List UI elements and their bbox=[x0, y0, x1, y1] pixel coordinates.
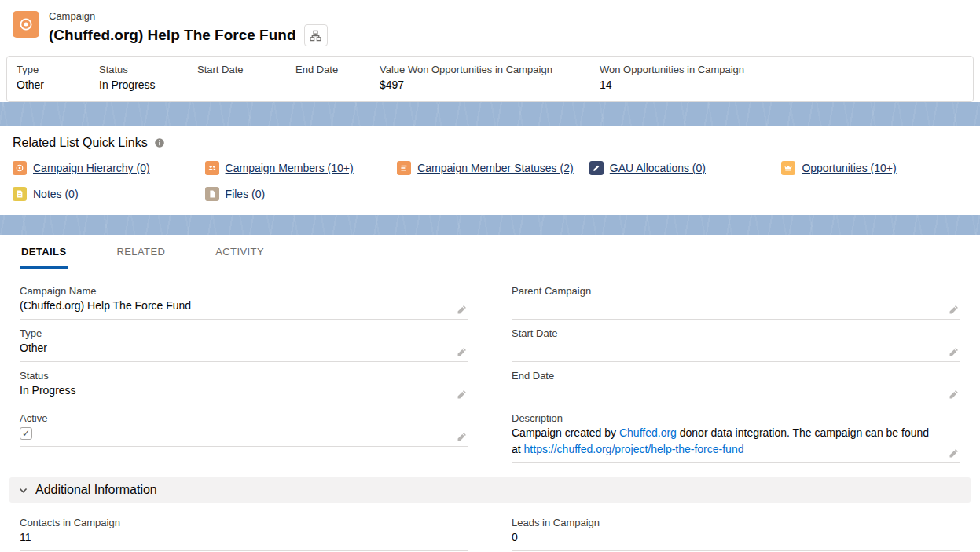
tab-activity[interactable]: ACTIVITY bbox=[214, 235, 266, 269]
description-text: Campaign created by Chuffed.org donor da… bbox=[512, 425, 937, 458]
highlight-value bbox=[295, 77, 372, 93]
edit-icon[interactable] bbox=[457, 305, 467, 315]
field-label: Leads in Campaign bbox=[512, 516, 960, 529]
page-title: (Chuffed.org) Help The Force Fund bbox=[49, 26, 296, 45]
highlight-field-start-date: Start Date bbox=[197, 63, 295, 93]
highlight-value: In Progress bbox=[99, 77, 189, 93]
highlights-panel: Type Other Status In Progress Start Date… bbox=[6, 56, 974, 102]
quick-link-notes[interactable]: Notes (0) bbox=[13, 187, 79, 201]
edit-icon[interactable] bbox=[457, 347, 467, 357]
chevron-down-icon bbox=[18, 485, 28, 495]
field-value: In Progress bbox=[20, 382, 445, 399]
edit-icon[interactable] bbox=[949, 448, 959, 459]
section-title: Additional Information bbox=[35, 483, 157, 497]
notes-icon bbox=[13, 187, 27, 201]
edit-icon[interactable] bbox=[949, 305, 959, 315]
quick-links-grid: Campaign Hierarchy (0) Campaign Members … bbox=[13, 161, 967, 201]
highlight-label: Type bbox=[17, 63, 91, 77]
background-band bbox=[0, 215, 980, 235]
field-end-date: End Date bbox=[512, 365, 960, 404]
quick-link-label: Files (0) bbox=[226, 188, 266, 200]
project-url-link[interactable]: https://chuffed.org/project/help-the-for… bbox=[524, 443, 744, 455]
quick-link-label: GAU Allocations (0) bbox=[610, 162, 706, 174]
related-list-quick-links-card: Related List Quick Links Campaign Hierar… bbox=[0, 126, 980, 215]
highlight-value: $497 bbox=[380, 77, 592, 93]
field-label: Parent Campaign bbox=[512, 284, 937, 298]
field-label: Start Date bbox=[512, 327, 937, 340]
quick-link-opportunities[interactable]: Opportunities (10+) bbox=[781, 161, 896, 175]
entity-label: Campaign bbox=[49, 9, 328, 23]
field-value bbox=[512, 382, 937, 399]
quick-links-title: Related List Quick Links bbox=[13, 136, 148, 150]
additional-left-column: Contacts in Campaign 11 Responses in Cam… bbox=[20, 512, 468, 552]
campaign-record-page: Campaign (Chuffed.org) Help The Force Fu… bbox=[0, 0, 980, 552]
record-tabs: DETAILS RELATED ACTIVITY bbox=[0, 235, 980, 269]
edit-icon[interactable] bbox=[457, 432, 467, 442]
highlight-value: Other bbox=[17, 77, 91, 93]
field-value bbox=[512, 298, 937, 314]
quick-link-gau-allocations[interactable]: GAU Allocations (0) bbox=[589, 161, 706, 175]
field-label: Campaign Name bbox=[20, 284, 445, 298]
tab-related[interactable]: RELATED bbox=[115, 235, 167, 269]
edit-icon[interactable] bbox=[949, 347, 959, 357]
quick-link-files[interactable]: Files (0) bbox=[205, 187, 266, 201]
details-right-column: Parent Campaign Start Date End Date bbox=[512, 280, 960, 466]
chuffed-org-link[interactable]: Chuffed.org bbox=[619, 426, 677, 439]
field-value: Other bbox=[20, 340, 445, 356]
quick-link-campaign-member-statuses[interactable]: Campaign Member Statuses (2) bbox=[397, 161, 573, 175]
quick-link-label: Notes (0) bbox=[33, 188, 79, 200]
field-label: Active bbox=[20, 411, 445, 425]
field-leads-in-campaign: Leads in Campaign 0 bbox=[512, 512, 960, 551]
campaign-member-statuses-icon bbox=[397, 161, 411, 175]
opportunities-icon bbox=[781, 161, 795, 175]
highlight-field-value-won: Value Won Opportunities in Campaign $497 bbox=[380, 63, 600, 93]
record-header: Campaign (Chuffed.org) Help The Force Fu… bbox=[0, 0, 980, 102]
title-block: Campaign (Chuffed.org) Help The Force Fu… bbox=[49, 9, 328, 46]
field-value: 11 bbox=[20, 529, 468, 546]
additional-right-column: Leads in Campaign 0 Converted Leads in C… bbox=[512, 512, 960, 552]
field-label: Status bbox=[20, 369, 445, 382]
field-status: Status In Progress bbox=[20, 365, 468, 404]
field-campaign-name: Campaign Name (Chuffed.org) Help The For… bbox=[20, 280, 468, 320]
highlight-value: 14 bbox=[600, 77, 744, 93]
tab-details[interactable]: DETAILS bbox=[20, 235, 68, 269]
field-value bbox=[512, 340, 937, 356]
info-icon[interactable] bbox=[154, 137, 165, 148]
campaign-members-icon bbox=[205, 161, 219, 175]
highlight-label: Status bbox=[99, 63, 189, 77]
field-label: End Date bbox=[512, 369, 937, 382]
field-description: Description Campaign created by Chuffed.… bbox=[512, 408, 960, 463]
quick-link-label: Campaign Hierarchy (0) bbox=[33, 162, 150, 174]
highlight-label: Value Won Opportunities in Campaign bbox=[380, 63, 592, 77]
field-active: Active ✓ bbox=[20, 408, 468, 447]
active-checkbox[interactable]: ✓ bbox=[20, 427, 32, 440]
highlight-label: Won Opportunities in Campaign bbox=[600, 63, 744, 77]
edit-icon[interactable] bbox=[949, 389, 959, 400]
details-left-column: Campaign Name (Chuffed.org) Help The For… bbox=[20, 280, 468, 466]
details-form: Campaign Name (Chuffed.org) Help The For… bbox=[0, 269, 980, 466]
field-value: (Chuffed.org) Help The Force Fund bbox=[20, 298, 445, 314]
field-start-date: Start Date bbox=[512, 323, 960, 362]
field-label: Contacts in Campaign bbox=[20, 516, 468, 529]
quick-link-campaign-members[interactable]: Campaign Members (10+) bbox=[205, 161, 354, 175]
highlight-field-type: Type Other bbox=[17, 63, 99, 93]
field-parent-campaign: Parent Campaign bbox=[512, 280, 960, 320]
highlight-value bbox=[197, 77, 288, 93]
highlight-field-won-opps: Won Opportunities in Campaign 14 bbox=[600, 63, 752, 93]
files-icon bbox=[205, 187, 219, 201]
hierarchy-button[interactable] bbox=[304, 24, 328, 46]
record-header-top: Campaign (Chuffed.org) Help The Force Fu… bbox=[0, 0, 980, 54]
field-contacts-in-campaign: Contacts in Campaign 11 bbox=[20, 512, 468, 551]
field-label: Description bbox=[512, 411, 937, 425]
highlight-label: Start Date bbox=[197, 63, 288, 77]
field-value: 0 bbox=[512, 529, 960, 546]
gau-allocations-icon bbox=[589, 161, 604, 175]
details-card: DETAILS RELATED ACTIVITY Campaign Name (… bbox=[0, 235, 980, 552]
edit-icon[interactable] bbox=[457, 389, 467, 400]
highlight-label: End Date bbox=[295, 63, 372, 77]
check-icon: ✓ bbox=[22, 429, 30, 438]
campaign-icon bbox=[13, 11, 39, 38]
additional-information-section-header[interactable]: Additional Information bbox=[9, 477, 971, 503]
quick-link-campaign-hierarchy[interactable]: Campaign Hierarchy (0) bbox=[13, 161, 150, 175]
field-label: Type bbox=[20, 327, 445, 340]
